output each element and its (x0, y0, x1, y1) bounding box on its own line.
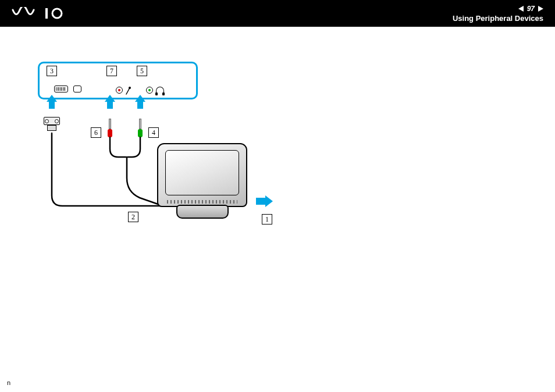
port-panel (38, 62, 198, 99)
callout-1: 1 (262, 214, 272, 224)
section-title: Using Peripheral Devices (453, 14, 543, 23)
callout-6: 6 (91, 127, 101, 138)
svg-rect-0 (45, 8, 48, 19)
header-right: 97 Using Peripheral Devices (453, 5, 543, 23)
headphone-jack-icon (146, 87, 153, 94)
page-number: 97 (527, 5, 535, 13)
audio-plug-green-icon (138, 119, 143, 137)
callout-4: 4 (148, 127, 159, 138)
callout-2: 2 (128, 212, 138, 222)
vaio-logo (12, 7, 76, 20)
prev-page-arrow-icon[interactable] (518, 6, 524, 12)
arrow-up-icon (105, 95, 115, 109)
vga-port-icon (54, 85, 68, 92)
multimedia-monitor (154, 143, 250, 230)
page-content: 1 2 3 4 5 6 7 (0, 27, 555, 277)
microphone-jack-icon (116, 87, 123, 94)
connection-diagram: 1 2 3 4 5 6 7 (29, 62, 308, 242)
arrow-right-icon (256, 195, 273, 207)
svg-point-3 (129, 87, 131, 89)
page-header: 97 Using Peripheral Devices (0, 0, 555, 27)
vga-cable-connector (44, 117, 60, 133)
callout-5: 5 (137, 66, 147, 76)
small-port-icon (73, 85, 81, 92)
next-page-arrow-icon[interactable] (538, 6, 543, 12)
callout-7: 7 (106, 66, 117, 76)
headphone-icon (156, 87, 164, 94)
arrow-up-icon (135, 95, 145, 109)
callout-3: 3 (47, 66, 57, 76)
arrow-up-icon (47, 95, 57, 109)
audio-plug-red-icon (108, 119, 112, 137)
footer-mark: n (7, 379, 13, 386)
microphone-icon (126, 87, 131, 95)
svg-point-1 (52, 9, 62, 18)
page-navigation: 97 (518, 5, 543, 13)
